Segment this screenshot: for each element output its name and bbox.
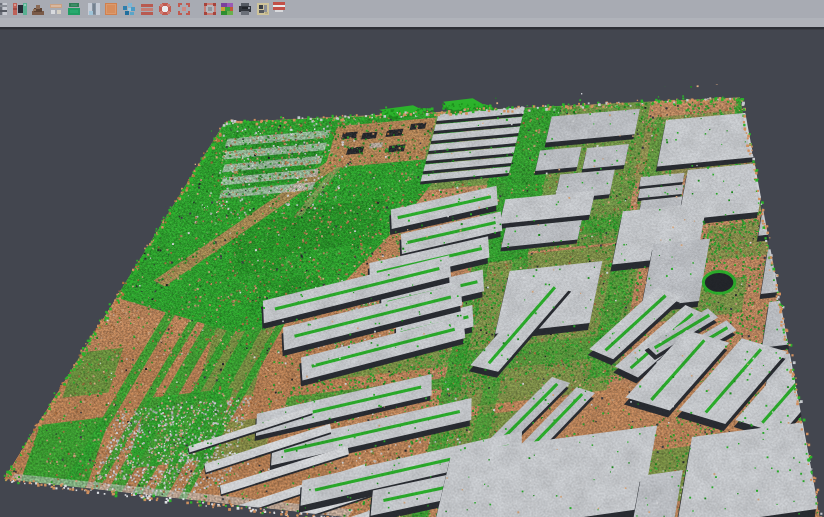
printer-icon[interactable] [238, 2, 252, 16]
rect-select-icon[interactable] [177, 2, 191, 16]
toolbar [0, 0, 824, 19]
open-project-icon[interactable] [0, 2, 8, 16]
terrain-icon[interactable] [31, 2, 45, 16]
toolbar-lower-strip [0, 18, 824, 29]
measure-tool-icon[interactable] [256, 2, 270, 16]
classification-palette-icon[interactable] [220, 2, 234, 16]
vegetation-class-icon[interactable] [67, 2, 81, 16]
point-cloud-icon[interactable] [122, 2, 136, 16]
point-cloud-scene[interactable] [0, 0, 824, 517]
flag-icon[interactable] [273, 2, 287, 16]
attribute-table-icon[interactable] [49, 2, 63, 16]
class-list-icon[interactable] [140, 2, 154, 16]
application-window: {"app":{"name":"point-cloud-viewer","can… [0, 0, 824, 517]
profile-icon[interactable] [87, 2, 101, 16]
ground-class-icon[interactable] [104, 2, 118, 16]
split-view-icon[interactable] [13, 2, 27, 16]
circle-select-icon[interactable] [158, 2, 172, 16]
crop-frame-icon[interactable] [203, 2, 217, 16]
